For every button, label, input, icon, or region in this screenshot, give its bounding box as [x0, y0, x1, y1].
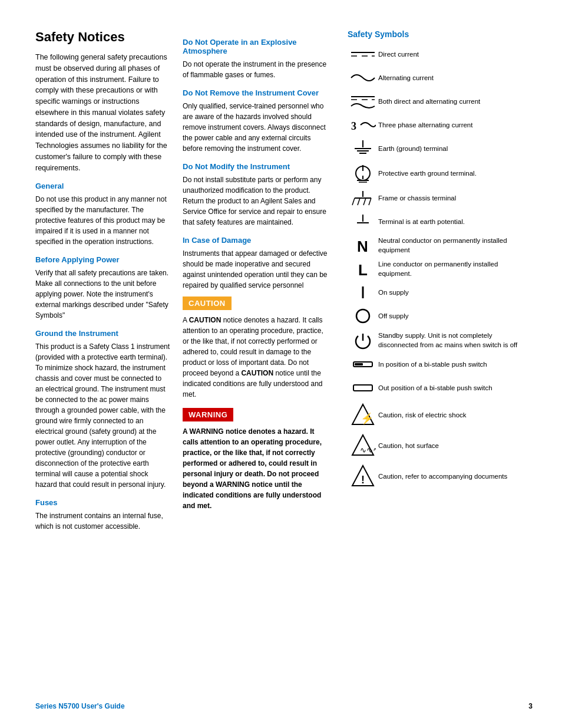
page: Safety Notices The following general saf…	[0, 0, 562, 728]
hot-surface-icon: ∿∿∿	[348, 433, 378, 459]
section-general: General Do not use this product in any m…	[35, 182, 171, 247]
symbol-label-electric-shock: Caution, risk of electric shock	[378, 410, 533, 420]
on-supply-icon	[348, 284, 378, 301]
symbol-protective-earth: Protective earth ground terminal.	[348, 163, 533, 184]
frame-chassis-icon	[348, 190, 378, 206]
section-heading-no-remove-cover: Do Not Remove the Instrument Cover	[183, 88, 330, 97]
intro-text: The following general safety precautions…	[35, 52, 171, 173]
symbol-frame-chassis: Frame or chassis terminal	[348, 189, 533, 207]
off-supply-icon	[348, 307, 378, 325]
svg-rect-31	[355, 363, 363, 365]
footer-page-number: 3	[528, 702, 533, 710]
warning-block: WARNING A WARNING notice denotes a hazar…	[183, 408, 330, 511]
symbol-label-standby: Standby supply. Unit is not completely d…	[378, 331, 533, 350]
symbol-direct-current: Direct current	[348, 45, 533, 64]
symbol-label-on-supply: On supply	[378, 288, 533, 297]
section-no-remove-cover: Do Not Remove the Instrument Cover Only …	[183, 88, 330, 154]
earth-ground-icon	[348, 139, 378, 158]
refer-docs-icon: !	[348, 463, 378, 489]
symbol-label-alternating-current: Alternating current	[378, 73, 533, 83]
out-position-icon	[348, 381, 378, 394]
section-fuses: Fuses The instrument contains an interna…	[35, 498, 171, 532]
symbol-alternating-current: Alternating current	[348, 68, 533, 87]
in-position-icon	[348, 358, 378, 370]
symbol-refer-docs: ! Caution, refer to accompanying documen…	[348, 463, 533, 489]
section-heading-before-power: Before Applying Power	[35, 255, 171, 264]
symbol-line-conductor: L Line conductor on permanently installe…	[348, 259, 533, 278]
symbol-hot-surface: ∿∿∿ Caution, hot surface	[348, 433, 533, 459]
symbol-label-earth-potential: Terminal is at earth potential.	[378, 217, 533, 226]
svg-text:3: 3	[351, 120, 356, 132]
svg-rect-32	[353, 385, 372, 391]
symbol-earth-potential: Terminal is at earth potential.	[348, 212, 533, 231]
symbol-out-position: Out position of a bi-stable push switch	[348, 378, 533, 397]
symbol-label-in-position: In position of a bi-stable push switch	[378, 360, 533, 369]
symbol-label-direct-current: Direct current	[378, 50, 533, 59]
svg-text:L: L	[358, 261, 368, 278]
symbol-off-supply: Off supply	[348, 307, 533, 325]
symbol-label-earth-ground: Earth (ground) terminal	[378, 144, 533, 153]
section-heading-general: General	[35, 182, 171, 190]
symbol-label-hot-surface: Caution, hot surface	[378, 441, 533, 450]
symbol-label-refer-docs: Caution, refer to accompanying documents	[378, 472, 533, 481]
caution-block: CAUTION A CAUTION notice denotes a hazar…	[183, 297, 330, 400]
symbol-label-off-supply: Off supply	[378, 311, 533, 321]
svg-text:⚡: ⚡	[361, 412, 374, 425]
page-title: Safety Notices	[35, 29, 171, 45]
both-current-icon	[348, 93, 378, 110]
section-heading-no-explosive: Do Not Operate in an Explosive Atmospher…	[183, 38, 330, 55]
main-content: Safety Notices The following general saf…	[35, 29, 533, 684]
symbol-earth-ground: Earth (ground) terminal	[348, 139, 533, 158]
svg-text:∿∿∿: ∿∿∿	[360, 446, 376, 454]
section-text-no-explosive: Do not operate the instrument in the pre…	[183, 59, 330, 80]
earth-potential-icon	[348, 213, 378, 230]
symbol-label-frame-chassis: Frame or chassis terminal	[378, 193, 533, 203]
section-text-fuses: The instrument contains an internal fuse…	[35, 510, 171, 532]
section-ground: Ground the Instrument This product is a …	[35, 329, 171, 490]
warning-label: WARNING	[183, 408, 233, 421]
svg-line-20	[352, 198, 355, 205]
symbol-label-both-current: Both direct and alternating current	[378, 97, 533, 106]
section-text-before-power: Verify that all safety precautions are t…	[35, 268, 171, 321]
footer-series-label: Series N5700 User's Guide	[35, 702, 125, 710]
warning-text: A WARNING notice denotes a hazard. It ca…	[183, 426, 330, 511]
caution-text: A CAUTION notice denotes a hazard. It ca…	[183, 315, 330, 400]
section-text-general: Do not use this product in any manner no…	[35, 194, 171, 247]
line-conductor-icon: L	[348, 260, 378, 278]
middle-column: Do Not Operate in an Explosive Atmospher…	[183, 29, 342, 684]
symbol-label-line-conductor: Line conductor on permanently installed …	[378, 259, 533, 278]
svg-line-23	[369, 198, 371, 205]
caution-label: CAUTION	[183, 297, 232, 310]
section-heading-no-modify: Do Not Modify the Instrument	[183, 162, 330, 171]
section-heading-case-damage: In Case of Damage	[183, 236, 330, 245]
symbol-neutral-conductor: N Neutral conductor on permanently insta…	[348, 236, 533, 255]
left-column: Safety Notices The following general saf…	[35, 29, 183, 684]
section-text-case-damage: Instruments that appear damaged or defec…	[183, 248, 330, 291]
protective-earth-icon	[348, 163, 378, 184]
symbol-both-current: Both direct and alternating current	[348, 92, 533, 111]
symbol-label-three-phase: Three phase alternating current	[378, 120, 533, 130]
svg-line-22	[363, 198, 366, 205]
symbol-label-out-position: Out position of a bi-stable push switch	[378, 383, 533, 393]
section-text-ground: This product is a Safety Class 1 instrum…	[35, 341, 171, 490]
svg-point-29	[356, 309, 369, 322]
direct-current-icon	[348, 48, 378, 60]
svg-line-21	[358, 198, 360, 205]
symbol-standby: Standby supply. Unit is not completely d…	[348, 330, 533, 350]
section-no-modify: Do Not Modify the Instrument Do not inst…	[183, 162, 330, 228]
svg-text:N: N	[357, 238, 368, 254]
section-heading-ground: Ground the Instrument	[35, 329, 171, 338]
section-case-damage: In Case of Damage Instruments that appea…	[183, 236, 330, 291]
footer: Series N5700 User's Guide 3	[35, 690, 533, 710]
symbol-in-position: In position of a bi-stable push switch	[348, 355, 533, 374]
symbol-on-supply: On supply	[348, 283, 533, 302]
electric-shock-icon: ⚡	[348, 402, 378, 428]
symbol-label-neutral-conductor: Neutral conductor on permanently install…	[378, 236, 533, 255]
section-no-explosive: Do Not Operate in an Explosive Atmospher…	[183, 38, 330, 80]
symbol-three-phase: 3 Three phase alternating current	[348, 116, 533, 134]
section-text-no-modify: Do not install substitute parts or perfo…	[183, 174, 330, 228]
alternating-current-icon	[348, 71, 378, 85]
three-phase-icon: 3	[348, 117, 378, 133]
right-column: Safety Symbols Direct current	[342, 29, 533, 684]
standby-icon	[348, 330, 378, 350]
